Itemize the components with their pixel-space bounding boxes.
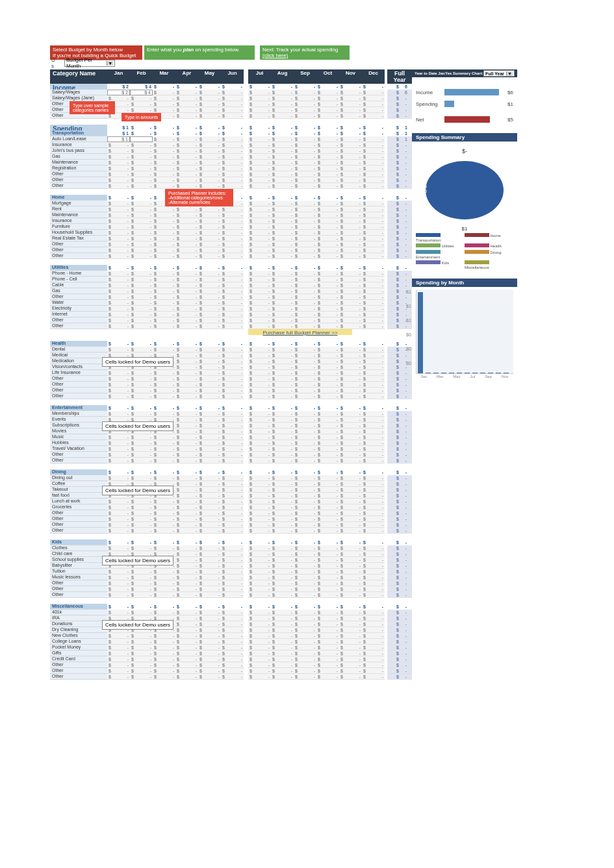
row-label[interactable]: IRA	[50, 615, 107, 621]
row-label[interactable]: Other	[50, 592, 107, 598]
row-label[interactable]: Dental	[50, 347, 107, 353]
cell[interactable]: $ 2	[107, 90, 130, 95]
row-label[interactable]: Gifts	[50, 651, 107, 656]
cell[interactable]: $-	[198, 136, 221, 142]
cell[interactable]: $-	[248, 136, 271, 142]
row-label[interactable]: Music lessons	[50, 575, 107, 580]
cell[interactable]: $-	[175, 136, 198, 142]
row-label[interactable]: Music	[50, 434, 107, 440]
row-label[interactable]: Other	[50, 674, 107, 680]
banner-next-track[interactable]: Next: Track your actual spending (click …	[260, 45, 350, 60]
cell[interactable]: $-	[362, 90, 385, 95]
row-label[interactable]: Rent	[50, 206, 107, 212]
row-label[interactable]: Medication	[50, 358, 107, 364]
row-label[interactable]: Memberships	[50, 411, 107, 417]
row-label[interactable]: Other	[50, 388, 107, 393]
cell[interactable]: $-	[175, 90, 198, 95]
row-label[interactable]: Other	[50, 586, 107, 592]
cell[interactable]: $-	[316, 90, 339, 95]
row-label[interactable]: Other	[50, 323, 107, 329]
row-label[interactable]: Groceries	[50, 504, 107, 510]
row-label[interactable]: Other	[50, 510, 107, 516]
row-label[interactable]: Other	[50, 452, 107, 458]
row-label[interactable]: Other	[50, 458, 107, 464]
row-label[interactable]: Dining out	[50, 475, 107, 481]
row-label[interactable]: Furniture	[50, 224, 107, 230]
row-label[interactable]: Real Estate Tax	[50, 236, 107, 242]
cell[interactable]: $-	[198, 90, 221, 95]
cell[interactable]: $-	[221, 136, 244, 142]
row-label[interactable]: Gas	[50, 288, 107, 294]
row-label[interactable]: Other	[50, 580, 107, 586]
row-label[interactable]: Maintenance	[50, 212, 107, 218]
cell[interactable]: $ 1	[107, 136, 130, 142]
cell[interactable]: $-	[294, 136, 316, 142]
row-label[interactable]: Subscriptions	[50, 423, 107, 428]
row-label[interactable]: Insurance	[50, 142, 107, 148]
cell[interactable]: $-	[153, 136, 175, 142]
row-label[interactable]: Maintenance	[50, 160, 107, 166]
row-label[interactable]: Insurance	[50, 218, 107, 224]
cell[interactable]: $ 4	[130, 90, 153, 95]
row-label[interactable]: Electricity	[50, 306, 107, 312]
row-label[interactable]: Other	[50, 528, 107, 534]
row-label[interactable]: Other	[50, 253, 107, 259]
row-label[interactable]: Other	[50, 382, 107, 388]
row-label[interactable]: Other	[50, 294, 107, 300]
row-label[interactable]: Other	[50, 393, 107, 399]
cell[interactable]: $-	[271, 90, 294, 95]
row-label[interactable]: Clothes	[50, 545, 107, 551]
row-label[interactable]: Movies	[50, 428, 107, 434]
row-label[interactable]: 401k	[50, 610, 107, 615]
row-label[interactable]: Pocket Money	[50, 645, 107, 651]
row-label[interactable]: Other	[50, 247, 107, 253]
row-label[interactable]: Auto Loan/Lease	[50, 136, 107, 142]
row-label[interactable]: Gas	[50, 154, 107, 160]
cell[interactable]: $-	[339, 90, 362, 95]
row-label[interactable]: Other	[50, 177, 107, 183]
row-label[interactable]: Child care	[50, 551, 107, 557]
cell[interactable]: $-	[221, 90, 244, 95]
row-label[interactable]: Medical	[50, 353, 107, 358]
row-label[interactable]: fast food	[50, 493, 107, 499]
row-label[interactable]: Registration	[50, 166, 107, 171]
row-label[interactable]: Life Insurance	[50, 370, 107, 376]
cell[interactable]: $-	[153, 90, 175, 95]
row-label[interactable]: Other	[50, 183, 107, 189]
row-label[interactable]: Credit Card	[50, 656, 107, 662]
row-label[interactable]: Coffee	[50, 481, 107, 487]
row-label[interactable]: Other	[50, 317, 107, 323]
budget-period-dropdown[interactable]: Budget Per Month ▼	[64, 60, 115, 67]
row-label[interactable]: Salary/Wages	[50, 90, 107, 95]
cell[interactable]: $-	[362, 136, 385, 142]
cell[interactable]: $-	[271, 136, 294, 142]
row-label[interactable]: Babysitter	[50, 563, 107, 569]
row-label[interactable]: Household Supplies	[50, 230, 107, 236]
row-label[interactable]: School supplies	[50, 557, 107, 563]
row-label[interactable]: College Loans	[50, 639, 107, 645]
row-label[interactable]: Phone - Home	[50, 271, 107, 277]
cell[interactable]: $-	[294, 90, 316, 95]
row-label[interactable]: Donations	[50, 621, 107, 627]
row-label[interactable]: Takeout	[50, 487, 107, 493]
cell[interactable]: $-	[316, 136, 339, 142]
row-label[interactable]: John's bus pass	[50, 148, 107, 154]
cell[interactable]: $-	[339, 136, 362, 142]
row-label[interactable]: Salary/Wages (Jane)	[50, 95, 107, 101]
row-label[interactable]: Other	[50, 171, 107, 177]
row-label[interactable]: Phone - Cell	[50, 277, 107, 282]
row-label[interactable]: Other	[50, 668, 107, 674]
row-label[interactable]: Other	[50, 522, 107, 528]
row-label[interactable]: Vision/contacts	[50, 364, 107, 370]
row-label[interactable]: Other	[50, 516, 107, 522]
row-label[interactable]: Dry Cleaning	[50, 627, 107, 633]
row-label[interactable]: Cable	[50, 282, 107, 288]
row-label[interactable]: Travel/ Vacation	[50, 446, 107, 452]
row-label[interactable]: Water	[50, 300, 107, 306]
purchase-planner-link[interactable]: Purchase full Budget Planner >>	[248, 329, 352, 335]
row-label[interactable]: New Clothes	[50, 633, 107, 639]
row-label[interactable]: Tuition	[50, 569, 107, 575]
row-label[interactable]: Hobbies	[50, 440, 107, 446]
row-label[interactable]: Internet	[50, 312, 107, 317]
cell[interactable]: $-	[248, 90, 271, 95]
